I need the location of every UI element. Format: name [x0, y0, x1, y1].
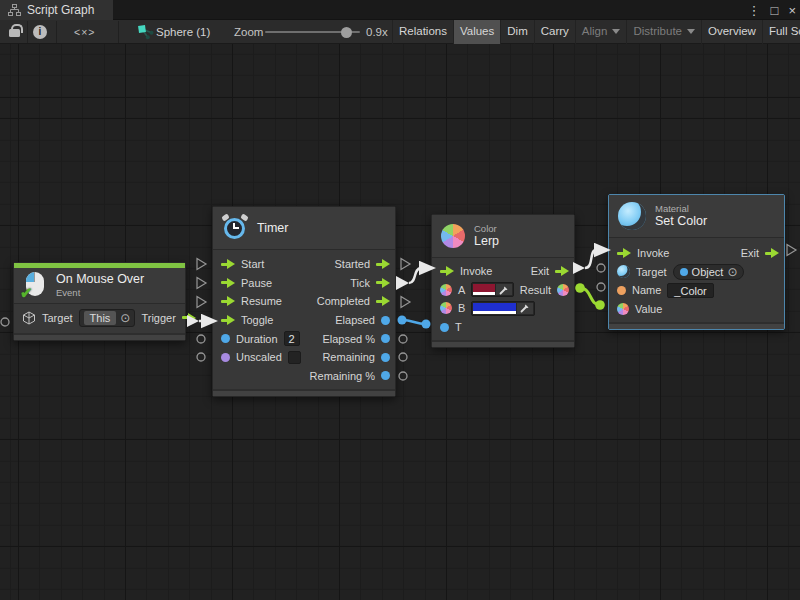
- graph-asset-icon: [138, 25, 155, 40]
- node-footer: [432, 340, 574, 347]
- node-footer: [609, 322, 784, 329]
- zoom-value: 0.9x: [366, 25, 388, 40]
- object-picker-icon[interactable]: ⊙: [727, 266, 737, 278]
- align-dropdown[interactable]: Align: [575, 20, 627, 44]
- mouse-over-icon: ✔: [23, 272, 47, 299]
- target-port-label: Target: [42, 312, 73, 324]
- carry-button[interactable]: Carry: [534, 20, 575, 44]
- close-icon[interactable]: ×: [788, 3, 796, 18]
- target-port-icon[interactable]: [617, 265, 630, 278]
- timer-row: Duration 2 Elapsed %: [213, 329, 395, 348]
- result-port-icon[interactable]: [557, 284, 569, 296]
- window-tab-bar: Script Graph ⋮ □ ×: [0, 0, 800, 20]
- node-footer: [213, 389, 395, 396]
- object-picker-icon[interactable]: ⊙: [120, 312, 130, 324]
- exit-port-icon[interactable]: [765, 248, 779, 259]
- remaining-percent-port-icon[interactable]: [381, 371, 390, 380]
- toolbar-buttons: Relations Values Dim Carry Align Distrib…: [392, 20, 800, 44]
- pause-port-icon[interactable]: [221, 277, 235, 288]
- lock-icon[interactable]: [9, 29, 20, 37]
- elapsed-percent-port-icon[interactable]: [381, 334, 390, 343]
- target-object-field[interactable]: This ⊙: [79, 309, 136, 327]
- name-value-field[interactable]: _Color: [667, 283, 713, 298]
- invoke-port-icon[interactable]: [440, 266, 454, 277]
- node-subtitle: Event: [56, 287, 144, 299]
- elapsed-port-icon[interactable]: [381, 316, 390, 325]
- unscaled-port-icon[interactable]: [221, 353, 230, 362]
- tab-script-graph[interactable]: Script Graph: [0, 0, 113, 20]
- node-title: Lerp: [474, 234, 499, 249]
- node-title: Set Color: [655, 214, 707, 229]
- trigger-port-label: Trigger: [141, 312, 175, 324]
- node-set-color[interactable]: Material Set Color Invoke Exit Target Ob…: [608, 194, 785, 330]
- completed-port-icon[interactable]: [376, 296, 390, 307]
- node-footer: [14, 333, 185, 340]
- timer-row: Resume Completed: [213, 292, 395, 311]
- set-color-row: Invoke Exit: [609, 244, 784, 263]
- lerp-row: Invoke Exit: [432, 262, 574, 281]
- relations-button[interactable]: Relations: [392, 20, 453, 44]
- unscaled-checkbox[interactable]: [288, 351, 301, 364]
- invoke-port-icon[interactable]: [617, 248, 631, 259]
- lerp-row: B: [432, 299, 574, 318]
- dim-button[interactable]: Dim: [500, 20, 533, 44]
- timer-row: Start Started: [213, 255, 395, 274]
- duration-port-icon[interactable]: [221, 334, 230, 343]
- t-port-icon[interactable]: [440, 323, 449, 332]
- node-timer[interactable]: Timer Start Started Pause Tick Resume Co…: [212, 206, 396, 397]
- start-port-icon[interactable]: [221, 259, 235, 270]
- caret-down-icon: [687, 29, 695, 34]
- values-button[interactable]: Values: [453, 20, 500, 44]
- set-color-row: Value: [609, 300, 784, 319]
- kebab-menu-icon[interactable]: ⋮: [748, 3, 761, 18]
- color-a-field[interactable]: [471, 282, 513, 297]
- tab-title: Script Graph: [27, 3, 94, 17]
- overview-button[interactable]: Overview: [701, 20, 762, 44]
- zoom-label: Zoom: [234, 25, 263, 40]
- tick-port-icon[interactable]: [376, 277, 390, 288]
- remaining-port-icon[interactable]: [381, 353, 390, 362]
- node-category: Material: [655, 203, 707, 214]
- timer-row: Toggle Elapsed: [213, 311, 395, 330]
- timer-row: Remaining %: [213, 367, 395, 386]
- resume-port-icon[interactable]: [221, 296, 235, 307]
- toggle-port-icon[interactable]: [221, 315, 235, 326]
- zoom-slider[interactable]: [265, 31, 360, 33]
- duration-value-field[interactable]: 2: [284, 331, 300, 346]
- started-port-icon[interactable]: [376, 259, 390, 270]
- info-icon[interactable]: i: [33, 25, 47, 39]
- color-a-swatch[interactable]: [473, 284, 494, 295]
- node-color-lerp[interactable]: Color Lerp Invoke Exit A Resu: [431, 214, 575, 348]
- toolbar-target-name[interactable]: Sphere (1): [156, 25, 210, 40]
- object-icon: [680, 268, 688, 276]
- lerp-row: A Result: [432, 281, 574, 300]
- color-wheel-icon: [441, 224, 465, 248]
- trigger-port-icon[interactable]: [182, 312, 196, 323]
- timer-row: Unscaled Remaining: [213, 348, 395, 367]
- color-b-port-icon[interactable]: [440, 302, 452, 314]
- timer-icon: [222, 215, 248, 241]
- code-icon[interactable]: <×>: [74, 24, 95, 40]
- eyedropper-icon[interactable]: [496, 284, 512, 295]
- zoom-slider-handle[interactable]: [341, 27, 352, 38]
- exit-port-icon[interactable]: [555, 266, 569, 277]
- target-object-field[interactable]: Object ⊙: [673, 264, 745, 280]
- name-port-icon[interactable]: [617, 286, 626, 295]
- check-icon: ✔: [20, 284, 33, 302]
- lerp-row: T: [432, 318, 574, 337]
- node-on-mouse-over[interactable]: ✔ On Mouse Over Event Target This ⊙ Trig…: [13, 262, 186, 341]
- node-title: Timer: [257, 221, 288, 236]
- script-graph-icon: [8, 4, 21, 16]
- color-b-swatch[interactable]: [473, 303, 516, 314]
- eyedropper-icon[interactable]: [517, 303, 533, 314]
- distribute-dropdown[interactable]: Distribute: [626, 20, 701, 44]
- cube-icon: [22, 311, 36, 325]
- material-sphere-icon: [618, 202, 646, 230]
- node-category: Color: [474, 223, 499, 234]
- color-a-port-icon[interactable]: [440, 284, 452, 296]
- fullscreen-button[interactable]: Full Screen: [762, 20, 800, 44]
- value-port-icon[interactable]: [617, 303, 629, 315]
- maximize-icon[interactable]: □: [771, 3, 779, 18]
- color-b-field[interactable]: [471, 301, 535, 316]
- set-color-row: Target Object ⊙: [609, 263, 784, 282]
